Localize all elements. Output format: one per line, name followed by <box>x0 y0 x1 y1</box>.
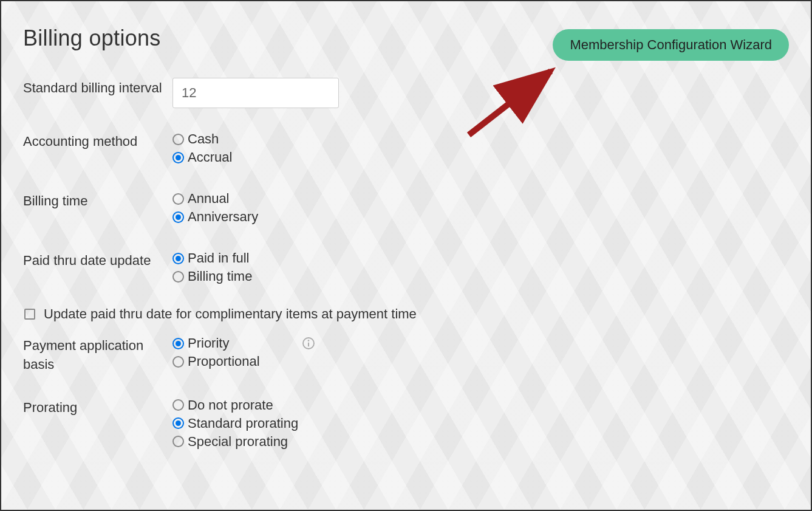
prorating-do-not-prorate-radio[interactable]: Do not prorate <box>172 397 789 413</box>
radio-label: Do not prorate <box>188 397 273 413</box>
payment-application-basis-label: Payment application basis <box>23 335 172 374</box>
payment-basis-proportional-radio[interactable]: Proportional <box>172 354 789 369</box>
payment-basis-priority-radio[interactable]: Priority <box>172 335 789 351</box>
accounting-method-accrual-radio[interactable]: Accrual <box>172 149 789 165</box>
radio-label: Standard prorating <box>188 416 298 431</box>
radio-icon <box>172 436 184 447</box>
radio-label: Annual <box>188 191 230 207</box>
paid-thru-billing-time-radio[interactable]: Billing time <box>172 269 789 284</box>
prorating-special-radio[interactable]: Special prorating <box>172 434 789 450</box>
radio-icon <box>172 211 184 223</box>
standard-billing-interval-label: Standard billing interval <box>23 78 172 98</box>
radio-label: Cash <box>188 131 219 147</box>
prorating-label: Prorating <box>23 397 172 417</box>
radio-label: Accrual <box>188 149 232 165</box>
radio-icon <box>172 417 184 429</box>
membership-config-wizard-button[interactable]: Membership Configuration Wizard <box>553 29 789 61</box>
accounting-method-label: Accounting method <box>23 131 172 151</box>
billing-time-anniversary-radio[interactable]: Anniversary <box>172 209 789 225</box>
radio-label: Special prorating <box>188 434 288 450</box>
radio-icon <box>172 134 184 145</box>
accounting-method-cash-radio[interactable]: Cash <box>172 131 789 147</box>
radio-label: Billing time <box>188 269 252 284</box>
radio-icon <box>172 338 184 349</box>
billing-time-annual-radio[interactable]: Annual <box>172 191 789 207</box>
radio-icon <box>172 271 184 283</box>
page-title: Billing options <box>23 26 161 51</box>
radio-icon <box>172 253 184 264</box>
billing-time-label: Billing time <box>23 191 172 211</box>
radio-label: Paid in full <box>188 250 250 266</box>
radio-label: Proportional <box>188 354 260 369</box>
checkbox-label: Update paid thru date for complimentary … <box>44 306 417 322</box>
paid-thru-paid-in-full-radio[interactable]: Paid in full <box>172 250 789 266</box>
svg-point-1 <box>308 340 310 341</box>
prorating-standard-radio[interactable]: Standard prorating <box>172 416 789 431</box>
standard-billing-interval-input[interactable] <box>172 78 339 108</box>
radio-label: Priority <box>188 335 229 351</box>
radio-icon <box>172 356 184 368</box>
radio-label: Anniversary <box>188 209 258 225</box>
radio-icon <box>172 399 184 411</box>
update-paid-thru-checkbox[interactable]: Update paid thru date for complimentary … <box>23 306 789 322</box>
svg-rect-2 <box>308 343 309 347</box>
checkbox-icon <box>24 309 35 320</box>
radio-icon <box>172 193 184 205</box>
radio-icon <box>172 152 184 163</box>
info-icon[interactable] <box>302 337 315 350</box>
paid-thru-date-update-label: Paid thru date update <box>23 250 172 270</box>
